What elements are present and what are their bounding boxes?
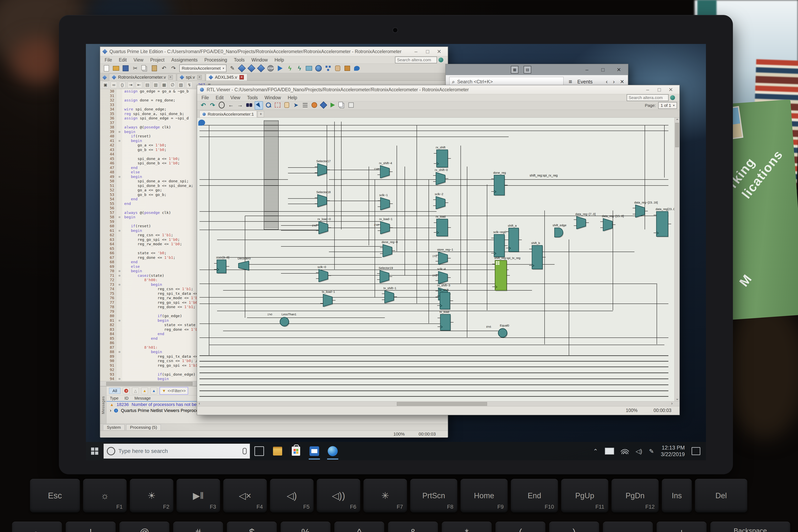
schematic-node-sclk-2[interactable]: sclk~2 [433, 192, 448, 210]
schematic-node-1-h1[interactable]: 1'h1 [432, 274, 437, 277]
key-play-pause[interactable]: ▶‖F3 [176, 479, 220, 512]
edge-icon[interactable] [324, 442, 342, 460]
fold-marker[interactable] [117, 323, 122, 327]
fold-marker[interactable] [117, 188, 122, 192]
schematic-node-tx_load[interactable]: tx_load [438, 310, 454, 331]
fold-marker[interactable] [117, 309, 122, 314]
key-symbol[interactable]: & [388, 521, 438, 532]
key-symbol[interactable]: ! [66, 521, 116, 532]
quartus-search-input[interactable] [395, 57, 437, 63]
fold-marker[interactable] [117, 134, 122, 138]
tab-rotronixaccelerometer-v[interactable]: RotronixAccelerometer.v✕ [109, 74, 176, 81]
key-del[interactable]: Del [695, 479, 747, 512]
schematic-node-LessThan1[interactable]: LessThan1 [280, 312, 296, 327]
tab-close-icon[interactable]: ✕ [240, 75, 244, 79]
filter-warning-icon[interactable]: ▲ [141, 387, 148, 394]
minimize-icon[interactable]: – [581, 66, 593, 74]
editor-outdent-icon[interactable]: ⇤ [136, 82, 142, 88]
fold-marker[interactable] [117, 305, 122, 309]
fold-marker[interactable] [117, 359, 122, 363]
editor-pageRedo-icon[interactable]: ▥ [153, 82, 159, 88]
menu-window[interactable]: Window [251, 57, 268, 63]
fold-marker[interactable] [117, 291, 122, 296]
fold-marker[interactable] [117, 166, 122, 170]
dia2-icon[interactable] [248, 64, 255, 72]
filter-error-icon[interactable]: ✕ [123, 387, 130, 394]
dia1-icon[interactable] [238, 64, 246, 72]
menu-assignments[interactable]: Assignments [171, 57, 198, 63]
next-icon[interactable]: › [613, 78, 615, 85]
fold-marker[interactable] [117, 112, 122, 116]
fold-marker[interactable]: ⊟ [117, 130, 122, 134]
key-volume-up[interactable]: ◁))F6 [317, 479, 360, 512]
fold-marker[interactable] [117, 170, 122, 174]
schematic-node-Selector17[interactable]: Selector17 [315, 159, 331, 177]
fold-marker[interactable]: ⊟ [117, 273, 122, 278]
clock-icon[interactable] [315, 64, 322, 72]
play-icon[interactable] [277, 64, 284, 72]
volume-icon[interactable]: ◁) [635, 448, 642, 455]
key-end[interactable]: EndF10 [511, 479, 558, 512]
new-icon[interactable] [103, 64, 110, 72]
fold-marker[interactable] [117, 233, 122, 238]
scroll-left-icon[interactable]: ‹ [199, 401, 200, 405]
rtl-copy2-icon[interactable] [338, 101, 346, 109]
fold-marker[interactable] [117, 332, 122, 336]
menu-edit[interactable]: Edit [119, 57, 127, 63]
menu-tools[interactable]: Tools [247, 95, 258, 100]
fold-marker[interactable] [117, 143, 122, 148]
dia3-icon[interactable] [257, 64, 265, 72]
editor-binoc-icon[interactable]: ∞ [111, 82, 117, 88]
editor-indent-icon[interactable]: ⇥ [128, 82, 134, 88]
fold-marker[interactable] [117, 210, 122, 215]
editor-jump-icon[interactable]: ↯ [186, 82, 192, 88]
fold-marker[interactable] [117, 206, 122, 210]
fold-marker[interactable] [117, 197, 122, 202]
redo-icon[interactable]: ↷ [170, 64, 177, 72]
key-home[interactable]: HomeF9 [460, 479, 508, 512]
undo-icon[interactable]: ↶ [160, 64, 168, 72]
fold-marker[interactable] [117, 224, 122, 228]
fold-marker[interactable] [117, 242, 122, 246]
pencil-icon[interactable]: ✎ [228, 64, 236, 72]
hamburger-menu-icon[interactable]: ≡ [569, 78, 572, 85]
scroll-down-icon[interactable]: ⌄ [676, 396, 679, 401]
schematic-node-1-h0[interactable]: 1'h0 [374, 168, 379, 171]
rtl-exp-icon[interactable] [347, 101, 355, 109]
search-go-icon[interactable] [439, 58, 443, 62]
key-pgdn[interactable]: PgDnF12 [611, 479, 659, 512]
close-icon[interactable]: ✕ [433, 48, 445, 55]
key-symbol[interactable]: ~ [12, 521, 62, 532]
fold-marker[interactable]: ⊟ [117, 228, 122, 233]
rtl-left-icon[interactable]: ← [227, 101, 235, 109]
boltd-icon[interactable]: ϟ [296, 64, 303, 72]
schematic-node-rx_load[interactable]: rx_load [434, 215, 451, 237]
fold-marker[interactable] [117, 220, 122, 224]
fold-marker[interactable] [117, 98, 122, 103]
fold-marker[interactable] [117, 372, 122, 377]
talk-icon[interactable] [353, 64, 361, 72]
minimize-icon[interactable]: – [642, 86, 653, 93]
fold-marker[interactable] [117, 287, 122, 291]
close-icon[interactable]: ✕ [613, 66, 625, 74]
schematic-node-rx_load-0[interactable]: rx_load~0 [316, 217, 331, 235]
key-symbol[interactable]: @ [119, 521, 169, 532]
menu-file[interactable]: File [104, 57, 112, 63]
expand-icon[interactable]: › [110, 408, 111, 413]
fold-marker[interactable] [117, 363, 122, 368]
rtl-tree-icon[interactable] [301, 101, 309, 109]
fold-marker[interactable] [117, 152, 122, 156]
schematic-node-shift_reg-spi_rx_reg[interactable]: shift_reg:spi_rx_reg [530, 174, 558, 177]
editor-page-icon[interactable]: ▤ [144, 82, 151, 88]
key-ins[interactable]: Ins [662, 479, 692, 512]
filter-input[interactable]: ▼ <<Filter>> [159, 387, 188, 395]
key-mute[interactable]: ◁×F4 [223, 479, 267, 512]
schematic-node-1-h0[interactable]: 1'h0 [374, 224, 379, 226]
filter-info-icon[interactable]: ▲ [150, 387, 157, 394]
menu-help[interactable]: Help [288, 95, 297, 100]
editor-save-icon[interactable]: ▣ [102, 82, 109, 88]
maximize-icon[interactable]: □ [422, 48, 433, 55]
rtl-titlebar[interactable]: RTL Viewer - C:/Users/roman/FPGA/DE0_Nan… [197, 85, 679, 94]
display-icon[interactable] [605, 448, 614, 455]
microphone-icon[interactable] [243, 448, 247, 454]
